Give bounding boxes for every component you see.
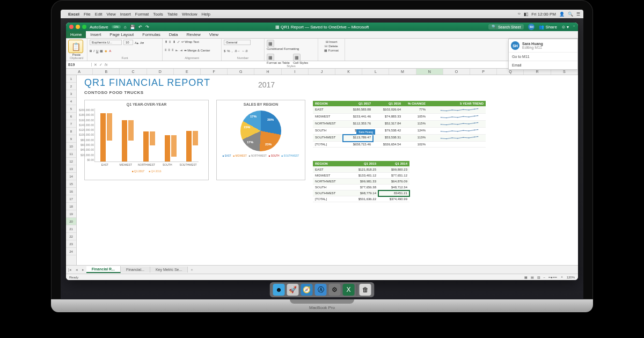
dock-prefs-icon[interactable]: ⚙ <box>329 284 341 296</box>
zoom-slider[interactable]: ━●━━ <box>548 275 557 279</box>
align-left-icon[interactable]: ≡ <box>165 48 167 52</box>
menu-format[interactable]: Format <box>135 12 149 17</box>
zoom-icon[interactable] <box>82 25 86 29</box>
insert-cells-button[interactable]: ⊞ Insert <box>326 40 338 43</box>
border-button[interactable]: ▦ <box>100 49 103 53</box>
cond-format-button[interactable]: ▦Conditional Formatting <box>267 40 299 50</box>
search-sheet[interactable]: 🔍 Search Sheet <box>488 24 524 30</box>
indent-dec-icon[interactable]: ⇤ <box>175 48 178 52</box>
column-headers[interactable]: ABCDEFGHIJKLMNOPQRS <box>66 69 578 75</box>
dock-excel-icon[interactable]: X <box>343 284 355 296</box>
fill-color-button[interactable]: ◆ <box>105 49 107 53</box>
tab-formulas[interactable]: Formulas <box>138 31 164 38</box>
view-normal-icon[interactable]: ▦ <box>524 275 528 279</box>
tab-home[interactable]: Home <box>66 31 86 38</box>
minimize-icon[interactable] <box>76 25 80 29</box>
format-table-button[interactable]: ▦Format as Table <box>267 54 290 64</box>
home-icon[interactable]: ⌂ <box>124 25 127 30</box>
menu-help[interactable]: Help <box>201 12 210 17</box>
cell-styles-button[interactable]: ▦Cell Styles <box>293 54 308 64</box>
ribbon-collapse-icon[interactable]: ˆ <box>573 25 575 30</box>
sheet-tab-2[interactable]: Key Metric Se... <box>150 267 188 273</box>
align-right-icon[interactable]: ≡ <box>172 48 174 52</box>
underline-button[interactable]: U <box>96 49 98 53</box>
tab-first-icon[interactable]: |◂ <box>66 268 74 272</box>
percent-icon[interactable]: % <box>227 49 230 53</box>
dock-launchpad-icon[interactable]: 🚀 <box>287 284 299 296</box>
user-icon[interactable]: 👤 <box>559 12 565 17</box>
menu-edit[interactable]: Edit <box>95 12 103 17</box>
menu-view[interactable]: View <box>107 12 116 17</box>
chart-year-over-year[interactable]: Q1 YEAR-OVER-YEAR $200,000.00$180,000.00… <box>84 100 209 180</box>
merge-center-button[interactable]: ⬌ Merge & Center <box>184 48 210 52</box>
cancel-icon[interactable]: ✕ <box>94 63 97 67</box>
menu-table[interactable]: Table <box>167 12 178 17</box>
dock-trash-icon[interactable]: 🗑 <box>360 284 371 296</box>
align-center-icon[interactable]: ≡ <box>169 48 171 52</box>
add-sheet-button[interactable]: ＋ <box>188 267 196 273</box>
save-icon[interactable]: 💾 <box>130 25 135 30</box>
tab-prev-icon[interactable]: ◂ <box>74 268 80 272</box>
indent-inc-icon[interactable]: ⇥ <box>180 48 182 52</box>
spreadsheet-grid[interactable]: QR1 FINANCIAL REPORT CONTOSO FOOD TRUCKS… <box>77 75 578 265</box>
presence-avatar-mini[interactable]: SH <box>528 24 535 30</box>
menu-file[interactable]: File <box>84 12 91 17</box>
increase-font-icon[interactable]: A▴ <box>135 41 138 45</box>
italic-button[interactable]: I <box>93 49 94 53</box>
zoom-in-button[interactable]: ＋ <box>560 275 564 280</box>
font-name-select[interactable]: Euphemia U... <box>90 40 122 45</box>
dock-safari-icon[interactable]: 🧭 <box>301 284 313 296</box>
battery-icon[interactable]: ▮▯ <box>524 12 528 17</box>
wifi-icon[interactable]: ⌔ <box>518 12 521 17</box>
delete-cells-button[interactable]: ⊟ Delete <box>325 44 338 48</box>
font-color-button[interactable]: A <box>109 49 111 53</box>
clock[interactable]: Fri 12:00 PM <box>531 12 556 17</box>
menu-insert[interactable]: Insert <box>120 12 131 17</box>
tab-data[interactable]: Data <box>165 31 182 38</box>
sheet-tab-1[interactable]: Financial... <box>121 267 150 273</box>
align-middle-icon[interactable]: ≡ <box>169 40 171 43</box>
decimal-inc-icon[interactable]: .0→ <box>234 49 240 53</box>
align-top-icon[interactable]: ⬆ <box>165 40 167 43</box>
close-icon[interactable] <box>69 25 74 29</box>
share-button[interactable]: 👥 Share <box>539 25 557 30</box>
table-q1-comparison[interactable]: REGIONQ1 2017Q1 2016% CHANGE5 YEAR TREND… <box>313 101 486 148</box>
tab-page-layout[interactable]: Page Layout <box>105 31 138 38</box>
redo-icon[interactable]: ↷ <box>145 25 149 30</box>
number-format-select[interactable]: General <box>224 40 251 45</box>
wrap-text-button[interactable]: ↩ Wrap Text <box>181 40 199 43</box>
align-bottom-icon[interactable]: ⬇ <box>173 40 175 43</box>
format-cells-button[interactable]: ▦ Format <box>324 48 339 52</box>
font-size-select[interactable]: 10 <box>123 40 133 45</box>
enter-icon[interactable]: ✓ <box>99 63 103 67</box>
presence-goto[interactable]: Go to M11 <box>509 52 577 61</box>
decrease-font-icon[interactable]: A▾ <box>140 41 144 45</box>
smiley-icon[interactable]: ☺ ▾ <box>561 25 569 30</box>
paste-button[interactable]: 📋 <box>68 40 83 53</box>
view-layout-icon[interactable]: ▤ <box>531 275 534 279</box>
tab-next-icon[interactable]: ▸ <box>80 268 86 272</box>
dock-appstore-icon[interactable]: Ⓐ <box>315 284 327 296</box>
app-name[interactable]: Excel <box>68 12 79 17</box>
table-historical[interactable]: REGIONQ1 2015Q1 2014EAST$121,818.25$99,8… <box>313 161 409 202</box>
bold-button[interactable]: B <box>90 49 92 53</box>
menu-icon[interactable]: ☰ <box>576 12 580 17</box>
tab-review[interactable]: Review <box>182 31 205 38</box>
presence-email[interactable]: Email <box>509 61 577 69</box>
fx-icon[interactable]: fx <box>105 63 107 67</box>
row-headers[interactable]: 123456789101112131415161718192021222324 <box>66 75 77 265</box>
decimal-dec-icon[interactable]: ←.0 <box>241 49 247 53</box>
menu-tools[interactable]: Tools <box>153 12 163 17</box>
orientation-icon[interactable]: ⤢ <box>177 40 180 43</box>
currency-icon[interactable]: $ <box>224 49 225 53</box>
menu-window[interactable]: Window <box>182 12 197 17</box>
view-break-icon[interactable]: ▥ <box>537 275 540 279</box>
tab-view[interactable]: View <box>205 31 223 38</box>
zoom-out-button[interactable]: − <box>544 276 546 279</box>
chart-sales-by-region[interactable]: SALES BY REGION 28% 23% 17% 15% 17% EAST… <box>216 100 305 180</box>
spotlight-icon[interactable]: 🔍 <box>568 12 573 17</box>
tab-insert[interactable]: Insert <box>86 31 105 38</box>
undo-icon[interactable]: ↶ <box>138 25 142 30</box>
autosave-toggle[interactable]: ON <box>112 25 121 28</box>
comma-icon[interactable]: , <box>232 49 233 53</box>
